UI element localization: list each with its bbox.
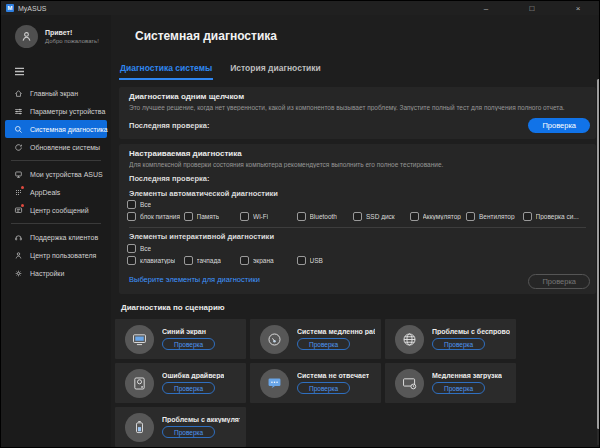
maximize-button[interactable]: □: [509, 1, 555, 15]
checkbox-icon[interactable]: [184, 256, 193, 265]
checkbox-label: USB: [310, 257, 323, 264]
minimize-button[interactable]: –: [463, 1, 509, 15]
select-items-link[interactable]: Выберите элементы для диагностики: [129, 275, 260, 284]
checkbox-battery[interactable]: Аккумулятор: [410, 212, 467, 221]
sidebar-item-settings[interactable]: Настройки: [5, 264, 107, 282]
checkbox-power-supply[interactable]: блок питания: [127, 212, 184, 221]
checkbox-icon[interactable]: [297, 212, 306, 221]
card-wireless-problems: Проблемы с беспровод... Проверка: [385, 319, 516, 359]
checkbox-label: тачпада: [197, 257, 221, 264]
card-check-button[interactable]: Проверка: [297, 382, 350, 394]
auto-diagnostics-title: Элементы автоматической диагностики: [129, 189, 278, 198]
title-bar: M MyASUS – □ ×: [1, 1, 600, 15]
card-check-button[interactable]: Проверка: [162, 338, 215, 350]
checkbox-icon[interactable]: [127, 212, 136, 221]
checkbox-icon[interactable]: [297, 256, 306, 265]
interactive-all-row: Все: [127, 244, 588, 253]
one-click-check-button[interactable]: Проверка: [528, 118, 590, 133]
sidebar-item-label: Мои устройства ASUS: [30, 171, 103, 178]
card-check-button[interactable]: Проверка: [432, 382, 485, 394]
user-icon: [14, 251, 23, 260]
sidebar-item-message-center[interactable]: Центр сообщений: [5, 201, 107, 219]
interactive-items-row: клавиатуры тачпада экрана USB: [127, 256, 588, 265]
checkbox-icon[interactable]: [240, 212, 249, 221]
sidebar-item-appdeals[interactable]: AppDeals: [5, 183, 107, 201]
sidebar-item-my-devices[interactable]: Мои устройства ASUS: [5, 165, 107, 183]
checkbox-label: SSD диск: [366, 213, 395, 220]
window-title: MyASUS: [18, 5, 46, 12]
card-icon-circle: [395, 369, 424, 398]
menu-toggle[interactable]: [14, 62, 26, 80]
tab-system-diagnostics[interactable]: Диагностика системы: [119, 63, 213, 80]
checkbox-screen[interactable]: экрана: [240, 256, 297, 265]
greeting-subtitle: Добро пожаловать!: [45, 38, 99, 44]
checkbox-icon[interactable]: [410, 212, 419, 221]
last-check-label: Последняя проверка:: [129, 121, 209, 130]
devices-icon: [14, 170, 23, 179]
checkbox-label: блок питания: [140, 213, 180, 220]
sidebar-item-label: Поддержка клиентов: [30, 234, 98, 241]
card-title: Синий экран: [162, 328, 215, 335]
card-check-button[interactable]: Проверка: [162, 426, 215, 438]
checkbox-label: Память: [197, 213, 220, 220]
tab-diagnostics-history[interactable]: История диагностики: [229, 63, 322, 80]
checkbox-icon[interactable]: [523, 212, 532, 221]
checkbox-icon[interactable]: [466, 212, 475, 221]
sidebar-divider: [11, 223, 101, 224]
checkbox-usb[interactable]: USB: [297, 256, 354, 265]
card-blue-screen: Синий экран Проверка: [115, 319, 246, 359]
checkbox-fan[interactable]: Вентилятор: [466, 212, 523, 221]
close-button[interactable]: ×: [555, 1, 600, 15]
sidebar-item-customer-support[interactable]: Поддержка клиентов: [5, 228, 107, 246]
notification-badge: [21, 186, 24, 189]
sidebar-divider: [11, 160, 101, 161]
avatar[interactable]: [15, 25, 38, 48]
sidebar-item-label: Центр пользователя: [30, 252, 96, 259]
section-description: Это лучшее решение, когда нет уверенност…: [129, 104, 586, 111]
sidebar-item-home[interactable]: Главный экран: [5, 84, 107, 102]
section-title: Настраиваемая диагностика: [129, 149, 242, 158]
checkbox-label: Wi-Fi: [253, 213, 268, 220]
card-check-button[interactable]: Проверка: [297, 338, 350, 350]
sidebar-item-system-update[interactable]: Обновление системы: [5, 138, 107, 156]
card-driver-error: Ошибка драйвера Проверка: [115, 363, 246, 403]
checkbox-icon[interactable]: [127, 244, 136, 253]
battery-icon: [131, 419, 148, 436]
card-title: Ошибка драйвера: [162, 372, 224, 379]
scenario-section-title: Диагностика по сценарию: [121, 303, 225, 312]
home-icon: [14, 89, 23, 98]
checkbox-icon[interactable]: [127, 200, 136, 209]
monitor-clock-icon: [401, 375, 418, 392]
checkbox-icon[interactable]: [353, 212, 362, 221]
sidebar-item-system-diagnostics[interactable]: Системная диагностика: [5, 120, 107, 138]
sliders-icon: [14, 107, 23, 116]
checkbox-system-check[interactable]: Проверка си...: [523, 212, 580, 221]
sidebar-item-user-center[interactable]: Центр пользователя: [5, 246, 107, 264]
card-title: Система медленно раб...: [297, 328, 375, 335]
checkbox-icon[interactable]: [240, 256, 249, 265]
checkbox-memory[interactable]: Память: [184, 212, 241, 221]
checkbox-all-interactive[interactable]: Все: [127, 244, 184, 253]
checkbox-all-auto[interactable]: Все: [127, 200, 184, 209]
custom-check-button-disabled[interactable]: Проверка: [528, 274, 590, 289]
card-check-button[interactable]: Проверка: [162, 382, 215, 394]
checkbox-bluetooth[interactable]: Bluetooth: [297, 212, 354, 221]
card-check-button[interactable]: Проверка: [432, 338, 485, 350]
card-icon-circle: [260, 325, 289, 354]
checkbox-keyboard[interactable]: клавиатуры: [127, 256, 184, 265]
profile[interactable]: Привет! Добро пожаловать!: [1, 15, 111, 48]
checkbox-touchpad[interactable]: тачпада: [184, 256, 241, 265]
checkbox-icon[interactable]: [127, 256, 136, 265]
sidebar-item-device-settings[interactable]: Параметры устройства: [5, 102, 107, 120]
card-icon-circle: [395, 325, 424, 354]
tabs: Диагностика системы История диагностики: [119, 63, 322, 80]
globe-icon: [401, 331, 418, 348]
headset-icon: [14, 233, 23, 242]
card-title: Медленная загрузка: [432, 372, 502, 379]
card-battery-problems: Проблемы с аккумулят... Проверка: [115, 407, 246, 447]
checkbox-wifi[interactable]: Wi-Fi: [240, 212, 297, 221]
card-slow-boot: Медленная загрузка Проверка: [385, 363, 516, 403]
checkbox-icon[interactable]: [184, 212, 193, 221]
card-icon-circle: [125, 325, 154, 354]
checkbox-ssd[interactable]: SSD диск: [353, 212, 410, 221]
